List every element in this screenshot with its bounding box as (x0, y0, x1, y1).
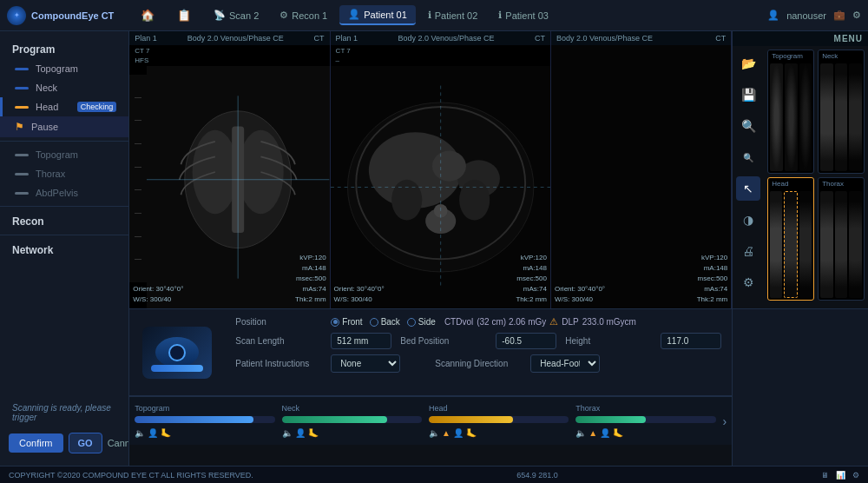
sidebar-item-topogram2[interactable]: Topogram (0, 145, 128, 164)
back-label: Back (381, 317, 400, 327)
thumb-img-topogram[interactable] (768, 62, 813, 173)
bag-icon[interactable]: 💼 (833, 10, 845, 21)
thumb-cell-thorax-2[interactable] (835, 191, 848, 299)
sidebar-label-thorax: Thorax (36, 169, 116, 179)
thumb-cell-head-3[interactable] (799, 191, 812, 299)
thumb-cell-thorax-1[interactable] (820, 191, 833, 299)
sidebar-item-pause[interactable]: ⚑ Pause (0, 116, 128, 137)
sidebar-item-topogram1[interactable]: Topogram (0, 59, 128, 78)
sidebar-item-abdpelvis[interactable]: AbdPelvis (0, 183, 128, 202)
thumb-cell-neck-3[interactable] (849, 63, 862, 171)
front-label: Front (342, 317, 362, 327)
scan-pos-2: – (331, 56, 550, 66)
progress-topogram: Topogram 🔈 👤 🦶 (135, 404, 274, 438)
bottom-icons: 🖥 📊 ⚙ (821, 471, 859, 480)
scanning-direction-select[interactable]: Head-Foot Foot-Head (530, 354, 600, 373)
bottom-icon-3[interactable]: ⚙ (852, 471, 859, 480)
nav-patient02[interactable]: ℹ Patient 02 (419, 6, 487, 24)
sidebar-divider2 (0, 206, 128, 207)
thumb-img-head[interactable] (768, 189, 813, 301)
nav-patient03[interactable]: ℹ Patient 03 (490, 6, 557, 24)
bottom-icon-1[interactable]: 🖥 (821, 471, 829, 480)
nav-recon1[interactable]: ⚙ Recon 1 (271, 6, 336, 24)
right-icon-print[interactable]: 🖨 (736, 239, 760, 263)
scan-orient-1: Orient: 30°40°0° W/S: 300/40 (133, 284, 183, 305)
controls-form: Position Front Back Side (225, 309, 732, 395)
progress-track-thorax (575, 416, 715, 423)
sidebar-item-thorax[interactable]: Thorax (0, 164, 128, 183)
right-icon-zoom-in[interactable]: 🔍 (736, 114, 760, 138)
vol-icon-thorax[interactable]: 🔈 (575, 428, 586, 438)
bottom-icon-2[interactable]: 📊 (836, 471, 845, 480)
nav-scan2[interactable]: 📡 Scan 2 (205, 6, 267, 24)
thumb-cell-neck-1[interactable] (820, 63, 833, 171)
scan-info-1: kVP:120 mA:148 msec:500 mAs:74 Thk:2 mm (295, 253, 326, 305)
position-side[interactable]: Side (407, 317, 436, 327)
right-icon-save[interactable]: 💾 (736, 83, 760, 107)
vol-icon-neck[interactable]: 🔈 (282, 428, 293, 438)
sidebar-item-neck[interactable]: Neck (0, 78, 128, 97)
right-icon-cursor[interactable]: ↖ (736, 176, 760, 201)
bed-position-label: Bed Position (400, 336, 487, 346)
sidebar-label-abdpelvis: AbdPelvis (36, 188, 116, 198)
vol-icon-head[interactable]: 🔈 (429, 428, 439, 438)
dlp-value: 233.0 mGycm (582, 317, 636, 327)
thumb-cell-head-2[interactable] (784, 191, 798, 299)
sidebar-item-head[interactable]: Head Checking (0, 97, 128, 116)
progress-right-arrow[interactable]: › (723, 414, 727, 428)
scanning-direction-label: Scanning Direction (435, 359, 522, 368)
thumb-img-thorax[interactable] (819, 189, 864, 301)
progress-area: Topogram 🔈 👤 🦶 Neck 🔈 👤 🦶 (129, 396, 732, 445)
confirm-row: Confirm GO Cannel (0, 427, 128, 459)
progress-track-head (429, 416, 569, 423)
thumb-cell-topo-1[interactable] (770, 63, 783, 171)
patient01-icon: 👤 (348, 9, 360, 20)
foot-icon-head: 🦶 (466, 428, 477, 438)
height-input[interactable] (661, 333, 721, 349)
scan-length-input[interactable] (331, 333, 391, 349)
patient-instr-row: Patient Instructions None Scanning Direc… (235, 354, 721, 373)
progress-label-thorax: Thorax (575, 404, 715, 413)
thumb-img-neck[interactable] (819, 62, 864, 173)
vol-icon-topo[interactable]: 🔈 (135, 428, 145, 438)
nav-patient01[interactable]: 👤 Patient 01 (339, 5, 416, 25)
patient-instructions-select[interactable]: None (331, 354, 400, 373)
progress-fill-thorax (575, 416, 646, 423)
nav-home[interactable]: 🏠 (132, 5, 165, 25)
thumb-cell-topo-2[interactable] (785, 63, 798, 171)
thumb-topogram: Topogram (767, 50, 814, 174)
scan-msec-1: msec:500 (295, 274, 326, 284)
position-back[interactable]: Back (370, 317, 400, 327)
settings-icon[interactable]: ⚙ (852, 10, 861, 21)
bottom-bar: COPYRIGHT ©2020 COMPOUND EYE CT ALL RIGH… (0, 466, 868, 483)
thumb-cell-neck-2[interactable] (835, 63, 848, 171)
dlp-label: DLP (562, 317, 578, 327)
thumb-cell-topo-3[interactable] (799, 63, 812, 171)
progress-track-neck (282, 416, 422, 423)
scan-info-3: kVP:120 mA:148 msec:500 mAs:74 Thk:2 mm (697, 253, 728, 305)
scan-thk-1: Thk:2 mm (295, 294, 326, 305)
confirm-button[interactable]: Confirm (9, 433, 63, 453)
thumb-cell-head-1[interactable] (770, 191, 782, 299)
recon1-label: Recon 1 (292, 10, 327, 21)
progress-icons-topogram: 🔈 👤 🦶 (135, 428, 274, 438)
app-logo: ✦ CompoundEye CT (7, 6, 120, 25)
progress-icons-head: 🔈 ▲ 👤 🦶 (429, 428, 569, 438)
right-icon-contrast[interactable]: ◑ (736, 208, 760, 232)
thorax-marker: ▲ (589, 428, 597, 438)
logo-icon: ✦ (7, 6, 26, 25)
right-icon-settings[interactable]: ⚙ (736, 270, 760, 294)
position-front[interactable]: Front (331, 317, 362, 327)
go-button[interactable]: GO (69, 433, 102, 453)
ctdvol-label: CTDvol (444, 317, 473, 327)
thumb-cell-thorax-3[interactable] (849, 191, 862, 299)
foot-icon-topo: 🦶 (161, 428, 171, 438)
scan-panel-header-3: Body 2.0 Venous/Phase CE CT (551, 31, 731, 45)
head-badge: Checking (77, 102, 117, 112)
right-icon-folder[interactable]: 📂 (736, 51, 760, 76)
cancel-button[interactable]: Cannel (108, 438, 130, 448)
patient02-label: Patient 02 (435, 10, 478, 21)
bed-position-input[interactable] (496, 333, 556, 349)
right-icon-zoom-out[interactable]: 🔍 (736, 145, 760, 169)
nav-ct[interactable]: 📋 (168, 5, 201, 25)
